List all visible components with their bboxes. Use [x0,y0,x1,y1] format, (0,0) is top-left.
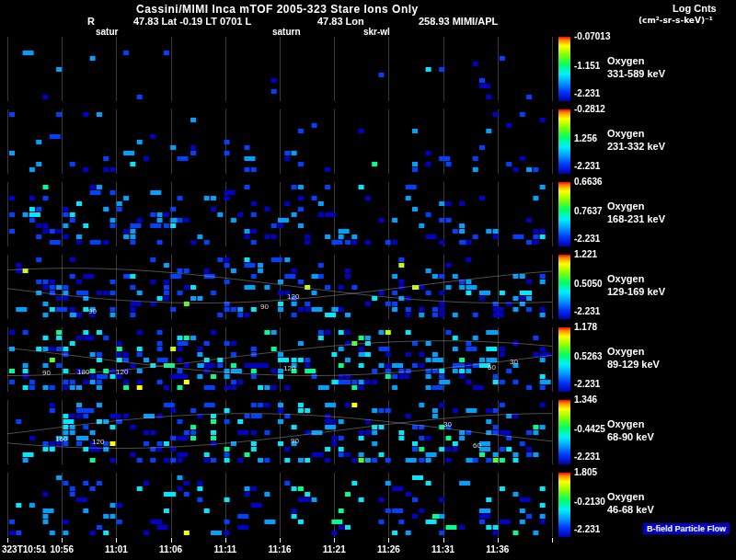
species-label: Oxygen [607,128,644,139]
bfield-particle-flow-badge: B-field Particle Flow [643,523,730,534]
contour-label: 90 [42,369,51,377]
colorbar-max-label: 1.178 [574,322,597,332]
contour-label: 90 [88,307,97,315]
contour-label: 30 [510,358,518,366]
species-label: Oxygen [607,491,644,502]
species-label: Oxygen [607,418,644,429]
colorbar-min-label: -2.231 [574,234,600,244]
contour-label: 90 [291,437,299,445]
energy-band-label: 68-90 keV [607,431,654,442]
colorbar-mid-label: 0.5050 [574,279,603,289]
colorbar-3 [558,255,570,319]
contour-label: 120 [287,292,299,301]
contour-label: 60 [473,441,481,450]
plot-title: Cassini/MIMI Inca mTOF 2005-323 Stare Io… [136,3,419,16]
log-units-label: (cm²-sr-s-keV)⁻¹ [638,16,713,25]
contour-label: 120 [116,368,128,376]
info-trail-values: 258.93 MIMI/APL [419,16,498,27]
colorbar-0 [558,37,570,101]
sublabel-skr-wl: skr-wl [363,27,390,37]
contour-label: 30 [443,420,452,429]
time-tick-label: 11:16 [268,544,291,554]
time-tick-label: 11:36 [486,544,509,554]
contour-label: 120 [283,364,295,372]
species-label: Oxygen [607,346,644,357]
time-tick-label: 10:56 [50,544,74,554]
energy-band-label: 129-169 keV [607,286,665,297]
colorbar-max-label: 1.221 [574,249,597,259]
log-counts-label: Log Cnts [673,3,717,14]
info-r-label: R [87,16,95,27]
info-lon-values: 47.83 Lon [317,16,364,27]
colorbar-1 [558,109,570,174]
colorbar-5 [558,400,570,464]
colorbar-max-label: -0.2812 [574,104,605,114]
colorbar-6 [558,473,570,537]
time-tick-label: 11:26 [377,544,400,554]
species-label: Oxygen [607,200,644,211]
species-label: Oxygen [607,55,644,66]
colorbar-min-label: -2.231 [574,306,600,316]
colorbar-mid-label: -0.2130 [574,497,605,507]
time-tick-label: 323T10:51 [2,544,46,554]
time-tick-label: 11:06 [159,544,182,554]
time-tick-label: 11:31 [431,544,454,554]
colorbar-mid-label: -0.4425 [574,424,605,434]
energy-band-label: 89-129 keV [607,359,660,370]
contour-label: 90 [260,303,269,311]
colorbar-min-label: -2.231 [574,524,600,534]
colorbar-max-label: -0.07013 [574,31,610,41]
contour-label: 60 [488,363,496,371]
colorbar-min-label: -2.231 [574,451,600,462]
contour-label: 120 [92,438,104,446]
time-tick-label: 11:21 [323,544,346,554]
colorbar-max-label: 0.6636 [574,177,603,187]
colorbar-mid-label: 1.256 [574,133,597,143]
colorbar-min-label: -2.231 [574,88,600,98]
colorbar-mid-label: 0.7637 [574,206,603,216]
colorbar-mid-label: -1.151 [574,61,600,71]
energy-band-label: 46-68 keV [607,504,654,515]
energy-band-label: 231-332 keV [607,141,665,152]
colorbar-max-label: 1.805 [574,467,597,477]
sublabel-satur: satur [96,27,118,37]
energy-band-label: 168-231 keV [607,213,665,224]
sublabel-saturn: saturn [272,27,301,37]
colorbar-mid-label: 0.5263 [574,351,603,361]
time-tick-label: 11:01 [105,544,128,554]
colorbar-min-label: -2.231 [574,161,600,171]
info-lat-lt-values: 47.83 Lat -0.19 LT 0701 L [133,16,251,27]
contour-label: 150 [55,435,67,443]
contour-label: 180 [77,368,89,376]
energy-band-label: 331-589 keV [607,68,665,79]
colorbar-2 [558,182,570,246]
time-tick-label: 11:11 [214,544,236,554]
colorbar-4 [558,327,570,392]
cassini-mimi-inca-display: Cassini/MIMI Inca mTOF 2005-323 Stare Io… [0,0,736,560]
colorbar-min-label: -2.231 [574,379,600,389]
colorbar-max-label: 1.346 [574,394,597,405]
species-label: Oxygen [607,273,644,284]
